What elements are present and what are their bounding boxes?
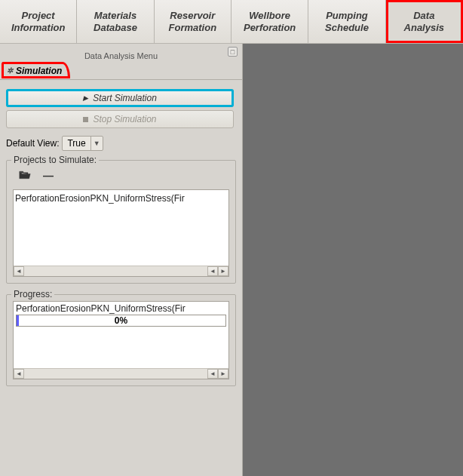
tab-wellbore-perforation[interactable]: WellborePerforation	[232, 0, 308, 43]
tab-pumping-schedule[interactable]: PumpingSchedule	[308, 0, 385, 43]
progress-item-label: PerforationErosionPKN_UniformStress(Fir	[14, 302, 228, 314]
projects-list: PerforationErosionPKN_UniformStress(Fir …	[13, 189, 229, 277]
scroll-left-icon[interactable]: ◄	[14, 369, 24, 379]
open-folder-icon[interactable]	[19, 170, 31, 182]
start-simulation-button[interactable]: ▶ Start Simulation	[6, 89, 234, 107]
tab-materials-database[interactable]: MaterialsDatabase	[77, 0, 154, 43]
start-simulation-label: Start Simulation	[93, 93, 157, 103]
progress-h-scrollbar[interactable]: ◄ ◄ ►	[14, 368, 228, 379]
scroll-right-icon[interactable]: ◄	[207, 369, 218, 379]
stop-icon	[83, 117, 88, 122]
projects-legend: Projects to Simulate:	[11, 155, 99, 165]
default-view-value: True	[63, 138, 90, 149]
panel-popout-icon[interactable]: □	[228, 47, 238, 57]
data-analysis-panel: Data Analysis Menu □ ✲ Simulation ▶ Star…	[0, 44, 243, 476]
scroll-left-icon[interactable]: ◄	[14, 266, 24, 276]
stop-simulation-button[interactable]: Stop Simulation	[6, 110, 234, 128]
scroll-right-icon-2[interactable]: ►	[218, 369, 228, 379]
scroll-track[interactable]	[24, 266, 207, 276]
simulation-tab-row: ✲ Simulation	[0, 62, 242, 80]
progress-percent: 0%	[115, 315, 127, 326]
remove-icon[interactable]: —	[43, 170, 54, 182]
projects-fieldset: Projects to Simulate: — PerforationErosi…	[6, 160, 236, 284]
play-icon: ▶	[83, 94, 88, 102]
default-view-select[interactable]: True ▼	[62, 136, 103, 151]
progress-list: PerforationErosionPKN_UniformStress(Fir …	[13, 301, 229, 379]
tab-reservoir-formation[interactable]: ReservoirFormation	[155, 0, 232, 43]
menu-title: Data Analysis Menu	[84, 51, 158, 60]
scroll-right-icon[interactable]: ◄	[207, 266, 218, 276]
gear-icon: ✲	[7, 66, 13, 75]
projects-h-scrollbar[interactable]: ◄ ◄ ►	[14, 266, 228, 276]
progress-bar: 0%	[16, 315, 226, 327]
scroll-right-icon-2[interactable]: ►	[218, 266, 228, 276]
tab-project-information[interactable]: ProjectInformation	[0, 0, 77, 43]
progress-legend: Progress:	[11, 289, 54, 299]
progress-fill	[17, 315, 19, 326]
list-item[interactable]: PerforationErosionPKN_UniformStress(Fir	[14, 190, 218, 266]
simulation-tab[interactable]: ✲ Simulation	[2, 62, 70, 78]
tab-data-analysis[interactable]: DataAnalysis	[386, 0, 463, 43]
stop-simulation-label: Stop Simulation	[93, 114, 156, 124]
scroll-track[interactable]	[24, 369, 207, 379]
progress-fieldset: Progress: PerforationErosionPKN_UniformS…	[6, 294, 236, 386]
chevron-down-icon[interactable]: ▼	[90, 137, 103, 150]
default-view-label: Default View:	[6, 138, 59, 149]
menu-title-row: Data Analysis Menu □	[0, 44, 242, 60]
simulation-tab-label: Simulation	[16, 66, 62, 76]
top-tabs: ProjectInformation MaterialsDatabase Res…	[0, 0, 463, 44]
